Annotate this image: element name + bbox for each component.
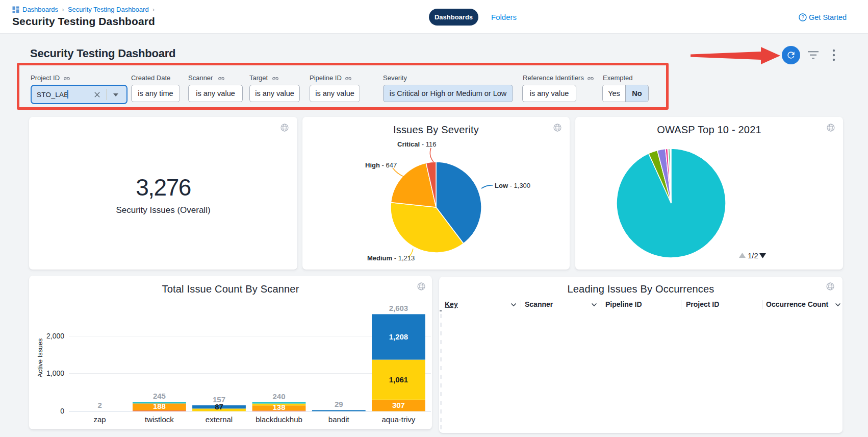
svg-text:2: 2 [97, 401, 101, 409]
svg-text:aqua-trivy: aqua-trivy [381, 415, 415, 424]
svg-text:Medium - 1,213: Medium - 1,213 [367, 254, 415, 262]
svg-text:?: ? [801, 15, 804, 20]
svg-text:2,603: 2,603 [389, 304, 409, 312]
svg-text:245: 245 [153, 392, 166, 400]
svg-text:bandit: bandit [328, 415, 350, 424]
svg-text:1,000: 1,000 [46, 369, 64, 377]
svg-text:1,061: 1,061 [389, 375, 409, 384]
svg-text:307: 307 [392, 401, 405, 409]
svg-text:2,000: 2,000 [46, 332, 64, 340]
svg-text:1/2: 1/2 [748, 251, 758, 260]
svg-text:blackduckhub: blackduckhub [256, 415, 302, 424]
svg-text:1,208: 1,208 [389, 332, 409, 341]
svg-text:external: external [206, 415, 233, 424]
svg-text:0: 0 [60, 407, 64, 415]
svg-text:Active Issues: Active Issues [36, 338, 44, 377]
svg-text:29: 29 [335, 400, 343, 408]
svg-text:zap: zap [94, 415, 106, 424]
svg-text:240: 240 [272, 392, 285, 401]
svg-text:87: 87 [215, 402, 223, 411]
svg-text:twistlock: twistlock [145, 415, 174, 424]
svg-text:Critical - 116: Critical - 116 [397, 140, 436, 148]
svg-text:High - 647: High - 647 [365, 161, 397, 169]
svg-text:138: 138 [272, 403, 285, 411]
svg-text:Low - 1,300: Low - 1,300 [495, 182, 530, 189]
svg-text:188: 188 [153, 402, 166, 410]
